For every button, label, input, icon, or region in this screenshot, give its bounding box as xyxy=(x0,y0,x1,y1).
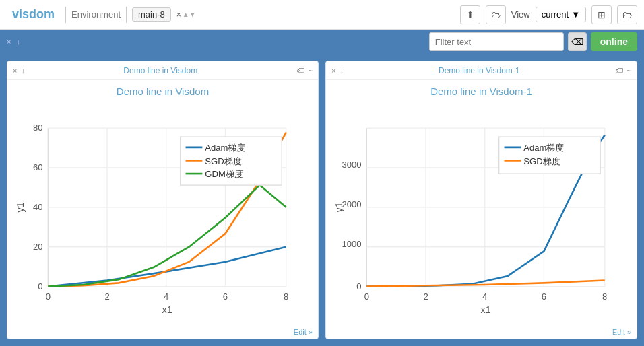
chart1-area: Demo line in Visdom 0 20 40 xyxy=(7,80,318,339)
watermark: CSDN @高山莫衣 xyxy=(563,327,635,339)
topbar-divider2 xyxy=(126,7,127,23)
filter-clear-button[interactable]: ⌫ xyxy=(568,32,587,51)
close-icon: × xyxy=(176,10,181,20)
online-label: online xyxy=(600,36,628,47)
chart1-down-icon[interactable]: ↓ xyxy=(21,67,25,75)
svg-text:3000: 3000 xyxy=(342,160,361,170)
svg-text:2: 2 xyxy=(423,291,428,302)
topbar: visdom Environment main-8 × ▲▼ ⬆ 🗁 View … xyxy=(0,0,644,30)
svg-text:SGD梯度: SGD梯度 xyxy=(205,156,241,166)
eraser-icon: ⌫ xyxy=(571,37,583,47)
svg-text:6: 6 xyxy=(223,291,228,302)
chart1-tag-icon[interactable]: 🏷 xyxy=(296,66,304,75)
upload-icon: ⬆ xyxy=(466,9,474,20)
svg-text:x1: x1 xyxy=(480,304,490,315)
view-dropdown[interactable]: current ▼ xyxy=(536,7,586,22)
chart1-header-title: Demo line in Visdom xyxy=(29,66,292,75)
online-button[interactable]: online xyxy=(591,32,637,51)
svg-text:GDM梯度: GDM梯度 xyxy=(205,169,243,179)
chart2-title: Demo line in Visdom-1 xyxy=(331,85,631,97)
grid-button[interactable]: ⊞ xyxy=(591,5,612,24)
filterbar: × ↓ ⌫ online xyxy=(0,30,644,54)
save-button[interactable]: 🗁 xyxy=(486,5,506,24)
chart2-tag-icon[interactable]: 🏷 xyxy=(615,66,623,75)
chart-panel-2: × ↓ Demo line in Visdom-1 🏷 ~ Demo line … xyxy=(325,61,637,339)
svg-text:y1: y1 xyxy=(333,202,344,212)
env-close-button[interactable]: × ▲▼ xyxy=(176,10,196,20)
dropdown-arrow-icon: ▼ xyxy=(571,9,580,20)
filter-down-icon: ↓ xyxy=(16,38,20,46)
svg-text:SGD梯度: SGD梯度 xyxy=(523,156,560,166)
svg-text:4: 4 xyxy=(164,291,168,302)
filter-input-wrap: ⌫ online xyxy=(429,32,637,51)
chart2-area: Demo line in Visdom-1 0 1000 xyxy=(326,80,637,339)
chart1-title: Demo line in Visdom xyxy=(13,85,313,97)
chart-panel-1-header: × ↓ Demo line in Visdom 🏷 ~ xyxy=(7,61,318,80)
svg-text:40: 40 xyxy=(33,202,43,212)
chart1-x-icon[interactable]: × xyxy=(13,67,17,75)
svg-text:0: 0 xyxy=(46,291,51,302)
svg-text:Adam梯度: Adam梯度 xyxy=(205,143,245,153)
svg-text:2: 2 xyxy=(104,291,109,302)
chart1-tilde-icon[interactable]: ~ xyxy=(309,67,313,75)
chart-panel-1: × ↓ Demo line in Visdom 🏷 ~ Demo line in… xyxy=(7,61,319,339)
svg-text:Adam梯度: Adam梯度 xyxy=(523,143,564,153)
chart1-edit-link[interactable]: Edit » xyxy=(294,328,313,336)
chart2-x-icon[interactable]: × xyxy=(331,67,335,75)
svg-text:60: 60 xyxy=(33,162,43,172)
env-name[interactable]: main-8 xyxy=(132,7,171,22)
svg-text:8: 8 xyxy=(602,291,607,302)
chart2-down-icon[interactable]: ↓ xyxy=(340,67,344,75)
chart2-header-title: Demo line in Visdom-1 xyxy=(348,66,611,75)
chart2-tilde-icon[interactable]: ~ xyxy=(627,67,631,75)
view-label: View xyxy=(511,9,530,20)
svg-text:1000: 1000 xyxy=(342,239,361,249)
save-icon: 🗁 xyxy=(491,9,501,20)
svg-text:6: 6 xyxy=(542,291,546,302)
chart-panel-2-header: × ↓ Demo line in Visdom-1 🏷 ~ xyxy=(326,61,637,80)
svg-text:4: 4 xyxy=(482,291,487,302)
folder-icon: 🗁 xyxy=(622,9,632,20)
chart2-svg: 0 1000 2000 3000 0 2 4 6 8 y1 x1 xyxy=(331,100,631,339)
svg-text:y1: y1 xyxy=(15,202,26,212)
filter-input[interactable] xyxy=(429,32,564,51)
view-value: current xyxy=(542,9,569,20)
folder-button[interactable]: 🗁 xyxy=(617,5,637,24)
svg-text:x1: x1 xyxy=(162,304,172,315)
arrow-up-icon: ▲▼ xyxy=(183,11,196,18)
filter-x-icon: × xyxy=(7,38,11,46)
topbar-divider xyxy=(65,7,66,23)
svg-text:80: 80 xyxy=(33,123,43,133)
svg-text:2000: 2000 xyxy=(342,199,361,209)
svg-text:0: 0 xyxy=(356,281,361,291)
logo: visdom xyxy=(7,6,60,23)
svg-text:8: 8 xyxy=(284,291,288,302)
svg-text:0: 0 xyxy=(364,291,369,302)
svg-text:20: 20 xyxy=(33,242,43,252)
svg-text:0: 0 xyxy=(38,281,42,291)
upload-button[interactable]: ⬆ xyxy=(460,5,480,24)
main-content: × ↓ Demo line in Visdom 🏷 ~ Demo line in… xyxy=(0,54,644,346)
chart1-svg: 0 20 40 60 80 0 2 4 6 8 y1 x1 xyxy=(13,100,313,339)
env-label: Environment xyxy=(71,9,121,20)
grid-icon: ⊞ xyxy=(598,9,606,20)
